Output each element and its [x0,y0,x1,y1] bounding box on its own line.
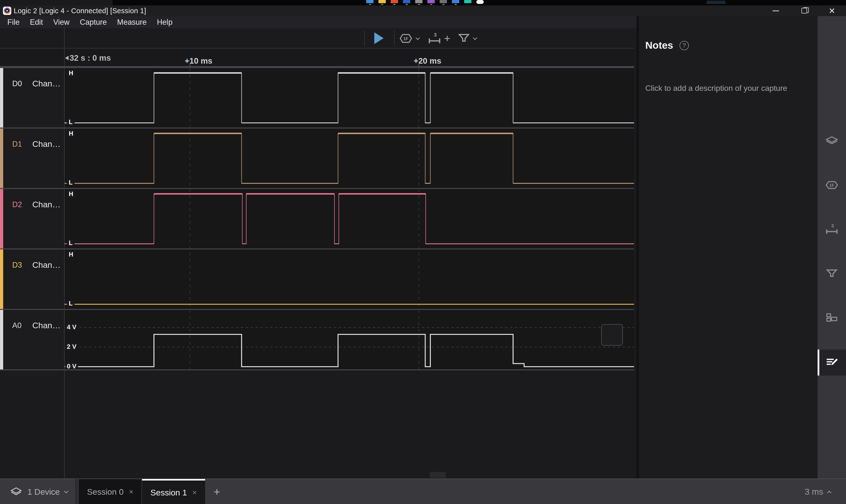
channel-name[interactable]: Chan… [32,321,60,330]
channel-label-area[interactable]: D0 Chan… [0,68,64,128]
analog-waveform-a0[interactable]: 4 V 2 V 0 V [65,310,634,370]
window-title: Logic 2 [Logic 4 - Connected] [Session 1… [14,7,146,15]
chevron-down-icon [473,36,477,40]
channel-name[interactable]: Chan… [32,79,60,88]
menu-measure[interactable]: Measure [117,18,147,27]
timeline-tick-mark [419,63,419,67]
svg-text:3: 3 [831,223,834,228]
chevron-up-icon [827,490,831,495]
vertical-fit-icon [602,325,846,384]
channel-label-area[interactable]: D2 Chan… [0,189,64,249]
chevron-down-icon [64,489,69,493]
channel-name[interactable]: Chan… [32,139,60,149]
digital-waveform-d0[interactable]: H L [65,68,634,128]
timeline-origin: 32 s : 0 ms [65,53,111,63]
help-icon[interactable]: ? [680,41,689,50]
close-icon: × [829,6,835,16]
taskbar-app-sliver [464,0,472,5]
screen-top-strip [0,0,846,5]
channel-name[interactable]: Chan… [32,200,60,209]
high-level-badge: H [67,250,75,258]
voltage-label-4v: 4 V [65,323,78,331]
capture-range-control[interactable]: 3 ms [805,479,831,504]
capture-toolbar: 1F 3 + [0,29,634,49]
timeline-ruler[interactable]: 32 s : 0 ms +10 ms+20 ms [0,49,634,67]
measurements-icon: 3 [825,223,839,235]
add-session-button[interactable]: + [210,479,224,504]
rail-device-button[interactable] [817,128,846,154]
channel-name[interactable]: Chan… [32,260,60,270]
high-level-badge: H [67,69,75,77]
channel-row-d2: D2 Chan… H L [0,189,634,249]
taskbar-app-sliver [402,0,411,5]
digital-waveform-d2[interactable]: H L [65,189,634,249]
rail-measurements-button[interactable]: 3 [817,216,846,242]
channel-id: A0 [12,321,21,330]
svg-text:3: 3 [434,32,436,37]
play-button[interactable] [371,31,387,45]
row-separator[interactable] [0,249,634,249]
close-session-icon[interactable]: × [193,488,197,497]
low-level-badge: L [67,118,75,126]
row-separator[interactable] [0,128,634,128]
channel-id: D1 [12,140,22,148]
row-separator[interactable] [0,370,634,370]
app-icon [3,6,11,15]
tab-session-0[interactable]: Session 0 × [79,479,142,504]
menu-capture[interactable]: Capture [80,18,107,27]
timeline-origin-arrow-icon [65,56,69,60]
toolbar-divider [394,30,395,46]
timeline-tick-mark [190,63,190,67]
restore-button[interactable] [790,5,818,16]
menu-edit[interactable]: Edit [30,18,43,27]
add-measurement-button[interactable]: 3 + [428,29,450,49]
channel-id: D3 [12,261,22,270]
channel-row-d0: D0 Chan… H L [0,68,634,128]
row-separator[interactable] [0,309,634,310]
row-separator [0,67,634,68]
digital-waveform-d1[interactable]: H L [65,128,634,188]
titlebar: Logic 2 [Logic 4 - Connected] [Session 1… [0,5,846,16]
channel-label-area[interactable]: D3 Chan… [0,249,64,309]
taskbar-app-sliver [451,0,460,5]
channel-id: D2 [12,200,22,209]
taskbar-app-sliver [415,0,423,5]
high-level-badge: H [67,190,75,198]
rail-analyzers-button[interactable]: 1F [817,172,846,198]
low-level-badge: L [67,178,75,186]
taskbar-app-sliver [439,0,448,5]
rail-trigger-button[interactable] [817,261,846,287]
menu-help[interactable]: Help [157,18,173,27]
menu-file[interactable]: File [7,18,20,27]
capture-range-label: 3 ms [805,487,823,497]
tab-session-1[interactable]: Session 1 × [142,479,205,504]
row-separator[interactable] [0,188,634,189]
window-controls: × [761,5,846,16]
trigger-dropdown[interactable] [458,29,476,49]
device-icon [825,136,838,146]
plus-icon: + [444,32,450,44]
channel-row-d1: D1 Chan… H L [0,128,634,188]
digital-waveform-d3[interactable]: H L [65,249,634,309]
minimize-button[interactable] [761,5,790,16]
channel-id: D0 [12,79,22,88]
horizontal-scrollbar[interactable] [430,472,446,478]
vertical-scale-button[interactable] [601,324,623,346]
analyzer-hexagon-icon: 1F [399,33,412,44]
menu-view[interactable]: View [53,18,70,27]
minimize-icon [773,11,779,11]
device-selector[interactable]: 1 Device [10,479,68,504]
analyzers-icon: 1F [825,180,839,191]
notes-title: Notes [645,40,673,51]
measurement-icon: 3 [428,32,441,45]
close-session-icon[interactable]: × [129,488,133,496]
session-tab-label: Session 1 [150,488,187,498]
analyzers-dropdown[interactable]: 1F [399,29,419,49]
channel-label-area[interactable]: A0 Chan… [0,310,64,370]
channel-label-area[interactable]: D1 Chan… [0,128,64,188]
taskbar-sliver [366,0,484,5]
channel-column-divider [64,29,65,479]
close-button[interactable]: × [818,5,846,16]
notes-placeholder[interactable]: Click to add a description of your captu… [645,84,812,93]
bottombar-divider [75,479,78,504]
